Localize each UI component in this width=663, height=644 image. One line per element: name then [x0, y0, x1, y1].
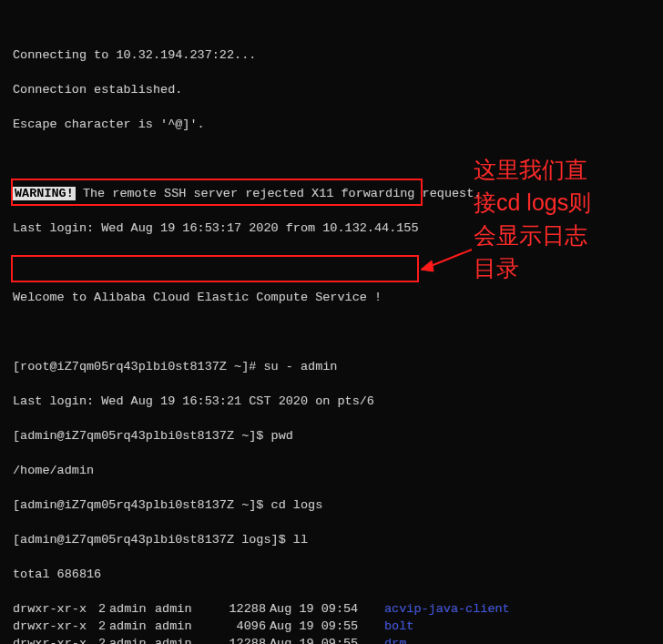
- list-item: drwxr-xr-x2adminadmin12288Aug 19 09:55dr…: [13, 635, 656, 644]
- line-pwd-out: /home/admin: [13, 462, 656, 479]
- line-cd: [admin@iZ7qm05rq43plbi0st8137Z ~]$ cd lo…: [13, 496, 656, 514]
- warning-text: The remote SSH server rejected X11 forwa…: [76, 187, 482, 200]
- line-welcome: Welcome to Alibaba Cloud Elastic Compute…: [13, 289, 656, 306]
- cmd-pwd: pwd: [271, 429, 293, 443]
- line-last-login-root: Last login: Wed Aug 19 16:53:17 2020 fro…: [13, 220, 656, 237]
- line-ll: [admin@iZ7qm05rq43plbi0st8137Z logs]$ ll: [13, 531, 656, 548]
- cmd-cd: cd logs: [271, 498, 323, 512]
- admin-prompt-home: [admin@iZ7qm05rq43plbi0st8137Z ~]$: [13, 429, 271, 443]
- line-pwd: [admin@iZ7qm05rq43plbi0st8137Z ~]$ pwd: [13, 427, 656, 445]
- line-escape: Escape character is '^@]'.: [13, 116, 656, 133]
- admin-prompt-logs: [admin@iZ7qm05rq43plbi0st8137Z logs]$: [13, 533, 293, 547]
- line-warning: WARNING! The remote SSH server rejected …: [13, 185, 656, 202]
- cmd-su: su - admin: [263, 360, 337, 373]
- line-established: Connection established.: [13, 81, 656, 98]
- terminal-output: Connecting to 10.32.194.237:22... Connec…: [0, 0, 663, 644]
- line-total: total 686816: [13, 566, 656, 583]
- list-item: drwxr-xr-x2adminadmin12288Aug 19 09:54ac…: [13, 600, 656, 618]
- root-prompt: [root@iZ7qm05rq43plbi0st8137Z ~]#: [13, 360, 263, 373]
- warning-tag: WARNING!: [13, 187, 76, 200]
- cmd-ll: ll: [293, 533, 308, 547]
- line-su: [root@iZ7qm05rq43plbi0st8137Z ~]# su - a…: [13, 358, 656, 375]
- list-item: drwxr-xr-x2adminadmin4096Aug 19 09:55bol…: [13, 618, 656, 635]
- ls-listing: drwxr-xr-x2adminadmin12288Aug 19 09:54ac…: [13, 600, 656, 644]
- line-connecting: Connecting to 10.32.194.237:22...: [13, 46, 656, 64]
- line-last-login-admin: Last login: Wed Aug 19 16:53:21 CST 2020…: [13, 393, 656, 410]
- admin-prompt-home2: [admin@iZ7qm05rq43plbi0st8137Z ~]$: [13, 498, 271, 512]
